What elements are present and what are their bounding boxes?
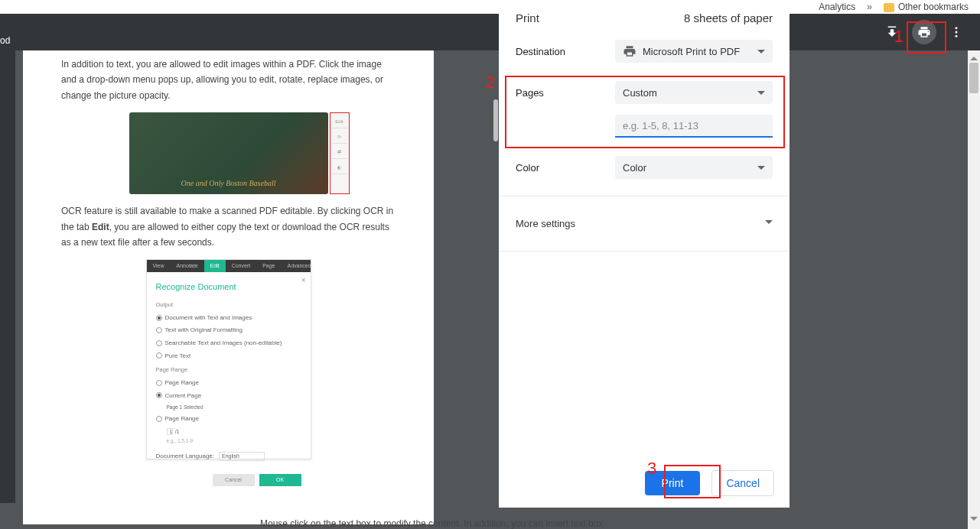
doc-paragraph-2: OCR feature is still available to make a… — [61, 203, 396, 250]
preview-page-1: In addition to text, you are allowed to … — [23, 50, 434, 524]
pages-label: Pages — [516, 87, 615, 99]
folder-icon — [884, 3, 894, 12]
more-settings-toggle[interactable]: More settings — [499, 204, 790, 243]
divider — [499, 196, 790, 196]
scroll-down-icon[interactable] — [970, 517, 978, 524]
scrollbar-thumb[interactable] — [969, 63, 978, 93]
bookmark-bar: Analytics » Other bookmarks — [0, 0, 980, 14]
print-dialog: Print 8 sheets of paper Destination Micr… — [499, 0, 790, 508]
doc-bottom-text: Mouse click on the text box to modify th… — [260, 518, 603, 529]
bookmark-expand-icon[interactable]: » — [867, 2, 872, 12]
annotation-3: 3 — [647, 459, 656, 479]
pdf-toolbar — [0, 14, 980, 50]
chevron-down-icon — [757, 166, 765, 174]
annotation-1: 1 — [894, 27, 903, 47]
doc-illustration-baseball: One and Only Boston Baseball Edit ⟳ ⇄ ◐ — [129, 112, 328, 194]
color-dropdown[interactable]: Color — [615, 156, 773, 179]
window-scrollbar[interactable] — [968, 50, 980, 529]
svg-point-0 — [956, 27, 958, 29]
chevron-down-icon — [757, 50, 765, 57]
preview-scrollbar-thumb[interactable] — [493, 99, 498, 141]
pages-custom-input[interactable] — [615, 115, 773, 138]
chevron-down-icon — [757, 91, 765, 99]
printer-small-icon — [623, 44, 637, 58]
chevron-down-icon — [765, 220, 773, 229]
left-cutoff-panel: od — [0, 14, 15, 503]
doc-paragraph-1: In addition to text, you are allowed to … — [61, 57, 396, 103]
doc-illustration-edit-panel: Edit ⟳ ⇄ ◐ — [330, 112, 350, 194]
bookmark-other[interactable]: Other bookmarks — [884, 2, 969, 12]
doc-illustration-ocr-dialog: View Annotate Edit Convert Page Advanced… — [146, 259, 311, 459]
destination-label: Destination — [516, 46, 615, 57]
more-menu-button[interactable] — [944, 20, 969, 44]
sheets-count: 8 sheets of paper — [684, 11, 773, 24]
annotation-2: 2 — [486, 73, 495, 92]
color-label: Color — [516, 162, 615, 174]
pages-dropdown[interactable]: Custom — [615, 81, 773, 104]
destination-dropdown[interactable]: Microsoft Print to PDF — [615, 40, 773, 63]
more-vert-icon — [949, 25, 963, 39]
svg-point-2 — [956, 35, 958, 37]
print-title: Print — [516, 11, 539, 24]
print-button-toolbar[interactable] — [912, 20, 936, 44]
printer-icon — [917, 25, 931, 39]
divider — [499, 251, 790, 252]
cancel-button[interactable]: Cancel — [711, 470, 774, 496]
bookmark-analytics[interactable]: Analytics — [819, 2, 855, 12]
scroll-up-icon[interactable] — [970, 53, 978, 60]
svg-point-1 — [956, 31, 958, 34]
